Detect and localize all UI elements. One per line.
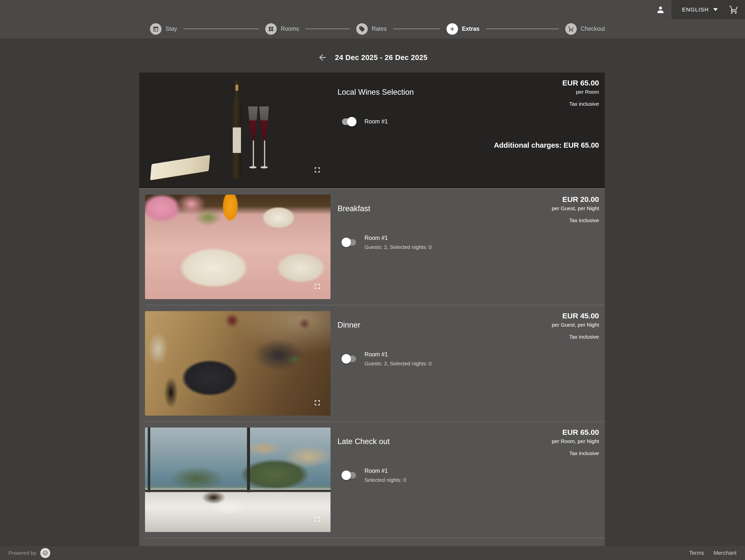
window-frame-shape	[148, 428, 150, 492]
stepper-connector	[184, 29, 259, 29]
chevron-down-icon	[713, 8, 718, 11]
topbar-account-area: ENGLISH	[649, 0, 745, 19]
extra-price-unit: per Guest, per Night	[552, 322, 599, 328]
window-sill-shape	[145, 490, 330, 492]
language-selector[interactable]: ENGLISH	[682, 6, 718, 13]
shopping-cart-icon	[729, 5, 739, 14]
step-label-checkout: Checkout	[581, 26, 605, 32]
extra-title: Breakfast	[337, 204, 370, 213]
footer: Powered by Terms Merchant	[0, 546, 745, 560]
extra-photo-late-checkout[interactable]	[145, 428, 330, 532]
additional-charges: Additional charges: EUR 65.00	[494, 141, 599, 150]
extra-tax-note: Tax inclusive	[552, 334, 599, 340]
extra-card-late-checkout: Late Check out EUR 65.00 per Room, per N…	[139, 422, 605, 538]
checkout-cart-icon	[565, 23, 577, 35]
expand-icon[interactable]	[314, 400, 321, 407]
step-label-stay: Stay	[165, 26, 177, 32]
room-toggle[interactable]	[342, 472, 356, 479]
powered-by-label: Powered by	[8, 550, 36, 556]
room-detail: Selected nights: 0	[364, 477, 406, 483]
step-rooms[interactable]: Rooms	[265, 23, 299, 35]
step-label-extras: Extras	[462, 26, 480, 32]
window-frame-shape	[247, 428, 250, 492]
expand-icon[interactable]	[314, 167, 321, 174]
extra-tax-note: Tax inclusive	[552, 450, 599, 456]
person-icon	[656, 5, 665, 14]
powered-by-logo[interactable]	[40, 548, 50, 558]
cart-button[interactable]	[729, 5, 739, 14]
room-toggle[interactable]	[342, 239, 356, 245]
account-button[interactable]	[649, 0, 672, 19]
divider	[146, 538, 605, 538]
room-label: Room #1	[364, 467, 406, 474]
open-book-shape	[150, 155, 210, 180]
extra-tax-note: Tax inclusive	[562, 101, 599, 107]
arrow-left-icon	[318, 53, 327, 63]
extra-title: Local Wines Selection	[337, 88, 414, 97]
stepper-connector	[393, 29, 440, 29]
room-detail: Guests: 2, Selected nights: 0	[364, 244, 432, 250]
room-toggle[interactable]	[342, 356, 356, 362]
extras-list: Local Wines Selection EUR 65.00 per Room…	[139, 72, 605, 546]
toggle-thumb	[342, 354, 351, 364]
stepper-connector	[486, 29, 559, 29]
toggle-thumb	[347, 117, 356, 126]
terms-link[interactable]: Terms	[689, 550, 704, 556]
wine-glass-shape	[259, 106, 269, 141]
step-checkout[interactable]: Checkout	[565, 23, 605, 35]
extra-card-dinner: Dinner EUR 45.00 per Guest, per Night Ta…	[139, 305, 605, 421]
extra-price: EUR 65.00	[562, 79, 599, 87]
room-label: Room #1	[364, 351, 432, 358]
step-rates[interactable]: Rates	[356, 23, 387, 35]
toggle-thumb	[342, 238, 351, 247]
extra-photo-breakfast[interactable]	[145, 195, 330, 299]
stepper-connector	[305, 29, 350, 29]
header: ENGLISH Stay Rooms Rates	[0, 0, 745, 38]
step-stay[interactable]: Stay	[150, 23, 177, 35]
extra-photo-wine[interactable]	[145, 78, 330, 183]
wine-glass-shape	[248, 106, 258, 141]
toggle-thumb	[342, 470, 351, 480]
room-label: Room #1	[364, 118, 388, 125]
extra-card-local-wines: Local Wines Selection EUR 65.00 per Room…	[139, 72, 605, 189]
stepper: Stay Rooms Rates Extras	[150, 19, 605, 38]
rooms-grid-icon	[265, 23, 277, 35]
expand-icon[interactable]	[314, 283, 321, 291]
extra-price-unit: per Guest, per Night	[552, 205, 599, 211]
price-tag-icon	[356, 23, 368, 35]
expand-icon[interactable]	[314, 516, 321, 524]
plus-icon	[447, 23, 458, 35]
extra-price: EUR 65.00	[552, 428, 599, 436]
extra-title: Late Check out	[337, 437, 390, 446]
extra-title: Dinner	[337, 321, 360, 330]
date-range-title: 24 Dec 2025 - 26 Dec 2025	[335, 54, 427, 62]
language-label: ENGLISH	[682, 6, 709, 13]
merchant-link[interactable]: Merchant	[713, 550, 737, 556]
room-toggle[interactable]	[342, 119, 356, 125]
calendar-icon	[150, 23, 162, 35]
wine-bottle-shape	[229, 80, 244, 178]
extra-price-unit: per Room, per Night	[552, 438, 599, 444]
back-button[interactable]	[318, 53, 327, 63]
extra-tax-note: Tax inclusive	[552, 218, 599, 223]
date-header: 24 Dec 2025 - 26 Dec 2025	[0, 49, 745, 66]
room-detail: Guests: 2, Selected nights: 0	[364, 361, 432, 367]
step-label-rates: Rates	[372, 26, 387, 32]
extra-price-unit: per Room	[562, 89, 599, 95]
room-label: Room #1	[364, 235, 432, 241]
extra-price: EUR 20.00	[552, 195, 599, 204]
extra-price: EUR 45.00	[552, 311, 599, 320]
extra-photo-dinner[interactable]	[145, 311, 330, 416]
step-extras-active[interactable]: Extras	[447, 23, 480, 35]
step-label-rooms: Rooms	[281, 26, 299, 32]
extra-card-breakfast: Breakfast EUR 20.00 per Guest, per Night…	[139, 189, 605, 305]
